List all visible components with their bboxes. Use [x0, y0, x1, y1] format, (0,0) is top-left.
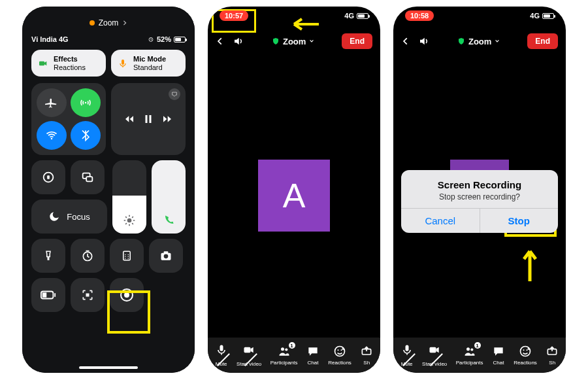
forward-icon[interactable] — [162, 114, 172, 124]
end-button[interactable]: End — [527, 33, 558, 49]
airplane-toggle[interactable] — [37, 88, 67, 117]
bluetooth-toggle[interactable] — [71, 121, 101, 150]
svg-point-32 — [281, 347, 284, 351]
back-icon[interactable] — [216, 37, 225, 46]
svg-point-35 — [338, 349, 339, 351]
svg-point-11 — [127, 218, 132, 223]
svg-point-18 — [128, 256, 129, 258]
stop-button[interactable]: Stop — [480, 209, 559, 233]
svg-point-17 — [125, 256, 126, 258]
screen-mirror-toggle[interactable] — [71, 160, 105, 194]
cancel-button[interactable]: Cancel — [401, 209, 480, 233]
svg-point-19 — [125, 258, 126, 260]
micmode-title: Mic Mode — [133, 55, 166, 63]
timer-toggle[interactable] — [71, 239, 105, 273]
effects-tile[interactable]: EffectsReactions — [31, 50, 106, 77]
svg-point-33 — [285, 348, 287, 351]
chevron-right-icon — [122, 20, 127, 26]
svg-rect-39 — [430, 347, 436, 353]
speaker-icon[interactable] — [233, 35, 244, 47]
reactions-button[interactable]: Reactions — [514, 345, 537, 366]
svg-point-43 — [523, 349, 525, 351]
rewind-icon[interactable] — [124, 114, 135, 124]
pause-icon[interactable] — [142, 113, 154, 125]
volume-slider[interactable] — [152, 160, 186, 234]
svg-rect-10 — [86, 177, 92, 181]
zoom-toolbar: Mute Start video 1Participants Chat Reac… — [208, 338, 380, 373]
participants-badge: 1 — [289, 342, 295, 349]
media-tile[interactable] — [111, 83, 186, 155]
svg-point-36 — [341, 349, 342, 351]
svg-point-15 — [125, 254, 126, 256]
chevron-down-icon — [495, 39, 500, 44]
start-video-button[interactable]: Start video — [422, 343, 447, 367]
svg-rect-6 — [150, 115, 152, 123]
wifi-toggle[interactable] — [37, 121, 67, 150]
alert-title: Screen Recording — [412, 179, 547, 190]
zoom-title[interactable]: Zoom — [252, 37, 334, 46]
chat-button[interactable]: Chat — [306, 345, 319, 366]
share-button[interactable]: Sh — [546, 345, 559, 366]
low-power-toggle[interactable] — [31, 278, 65, 312]
svg-rect-1 — [39, 61, 44, 65]
recording-time-pill[interactable]: 10:57 — [220, 10, 248, 21]
effects-sub: Reactions — [54, 63, 86, 71]
calculator-toggle[interactable] — [110, 239, 144, 273]
recording-time-pill[interactable]: 10:58 — [405, 10, 434, 21]
phone-zoom-meeting: 10:57 4G Zoom End A Mute Start video 1Pa… — [208, 7, 380, 373]
svg-rect-26 — [42, 293, 46, 298]
brightness-slider[interactable] — [112, 160, 146, 234]
end-button[interactable]: End — [342, 33, 372, 49]
svg-rect-12 — [48, 257, 50, 260]
share-button[interactable]: Sh — [360, 345, 373, 366]
shield-icon — [272, 37, 280, 45]
svg-point-4 — [51, 138, 53, 140]
chevron-down-icon — [309, 39, 314, 44]
svg-point-29 — [124, 292, 129, 298]
svg-point-41 — [470, 348, 473, 351]
speaker-icon[interactable] — [418, 35, 430, 47]
chat-button[interactable]: Chat — [492, 345, 505, 366]
effects-title: Effects — [54, 55, 86, 63]
mute-button[interactable]: Mute — [215, 343, 228, 367]
reactions-button[interactable]: Reactions — [328, 345, 351, 366]
mic-mode-tile[interactable]: Mic ModeStandard — [111, 50, 186, 77]
status-bar: 10:57 4G — [208, 7, 380, 25]
flashlight-toggle[interactable] — [31, 239, 65, 273]
network-label: 4G — [530, 12, 540, 20]
alert-subtitle: Stop screen recording? — [412, 192, 547, 201]
meeting-view: A — [208, 54, 380, 338]
phone-icon — [162, 214, 175, 227]
battery-icon — [174, 37, 186, 43]
cellular-toggle[interactable] — [71, 88, 101, 117]
svg-point-22 — [164, 254, 169, 259]
focus-label: Focus — [67, 212, 90, 222]
screen-record-toggle[interactable] — [110, 278, 144, 312]
camera-toggle[interactable] — [149, 239, 183, 273]
airplay-icon[interactable] — [169, 88, 180, 100]
start-video-button[interactable]: Start video — [237, 343, 261, 367]
participants-badge: 1 — [474, 342, 481, 349]
svg-rect-30 — [220, 345, 223, 351]
svg-rect-2 — [122, 60, 124, 65]
micmode-sub: Standard — [133, 63, 163, 71]
back-icon[interactable] — [401, 37, 410, 46]
breadcrumb[interactable]: Zoom — [31, 14, 186, 31]
svg-point-40 — [466, 347, 470, 351]
qr-scan-toggle[interactable] — [71, 278, 105, 312]
focus-tile[interactable]: Focus — [31, 200, 107, 234]
control-center: Zoom Vi India 4G 52% EffectsReactions Mi… — [22, 7, 195, 373]
sun-icon — [123, 214, 136, 227]
zoom-title[interactable]: Zoom — [438, 37, 519, 46]
battery-percent: 52% — [157, 35, 171, 43]
mute-button[interactable]: Mute — [400, 343, 414, 367]
svg-rect-23 — [164, 252, 169, 254]
alarm-icon — [148, 36, 154, 43]
shield-icon — [457, 37, 465, 45]
status-bar: 10:58 4G — [393, 7, 566, 25]
participants-button[interactable]: 1Participants — [456, 345, 483, 366]
participants-button[interactable]: 1Participants — [270, 345, 298, 366]
participant-avatar: A — [258, 160, 330, 232]
connectivity-tile — [31, 83, 106, 155]
orientation-lock-toggle[interactable] — [31, 160, 65, 194]
